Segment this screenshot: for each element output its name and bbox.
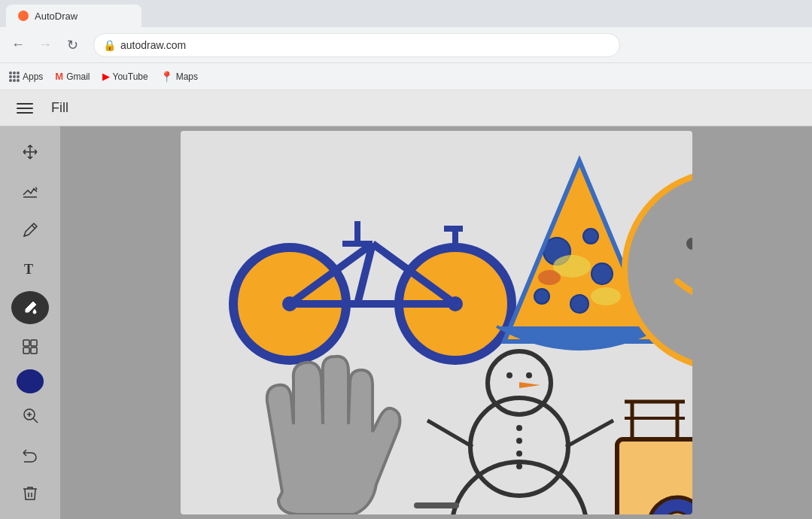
active-tab[interactable]: AutoDraw	[6, 5, 141, 27]
svg-line-1	[32, 225, 35, 229]
lock-icon: 🔒	[103, 39, 116, 51]
zoom-tool-button[interactable]	[11, 399, 49, 432]
shapes-icon	[21, 338, 39, 356]
svg-point-40	[516, 425, 522, 431]
svg-point-25	[592, 263, 613, 284]
trash-tool-button[interactable]	[11, 477, 49, 510]
tab-bar: AutoDraw	[0, 0, 812, 27]
bookmark-maps[interactable]: 📍 Maps	[160, 71, 198, 83]
autodraw-tool-button[interactable]	[11, 175, 49, 208]
text-tool-button[interactable]: T	[11, 252, 49, 285]
app-toolbar: Fill	[0, 90, 812, 126]
shapes-tool-button[interactable]	[11, 330, 49, 363]
browser-chrome: AutoDraw ← → ↻ 🔒 autodraw.com Apps M Gma…	[0, 0, 812, 90]
svg-line-44	[427, 420, 473, 447]
move-tool-button[interactable]	[11, 135, 49, 168]
bookmark-gmail-label: Gmail	[66, 71, 90, 82]
autodraw-icon	[21, 182, 39, 200]
toolbar-title: Fill	[51, 100, 68, 116]
move-icon	[21, 143, 39, 161]
undo-tool-button[interactable]	[11, 438, 49, 471]
youtube-icon: ▶	[102, 71, 110, 82]
svg-point-43	[516, 463, 522, 469]
reload-button[interactable]: ↻	[60, 33, 84, 57]
svg-point-41	[516, 438, 522, 444]
bookmark-youtube-label: YouTube	[113, 71, 148, 82]
bicycle-drawing	[233, 221, 512, 360]
back-button[interactable]: ←	[6, 33, 30, 57]
undo-icon	[21, 445, 39, 463]
fill-tool-button[interactable]	[11, 291, 49, 324]
hamburger-icon-3	[17, 112, 33, 114]
address-bar[interactable]: 🔒 autodraw.com	[93, 33, 620, 57]
tab-title: AutoDraw	[35, 11, 78, 22]
svg-point-28	[583, 229, 598, 244]
svg-rect-4	[31, 340, 37, 346]
svg-point-26	[570, 295, 588, 313]
svg-line-45	[566, 420, 613, 447]
svg-rect-6	[31, 348, 37, 354]
svg-rect-3	[23, 340, 29, 346]
svg-point-27	[534, 289, 549, 304]
canvas-area[interactable]	[60, 126, 812, 519]
maps-icon: 📍	[160, 71, 173, 83]
svg-point-38	[506, 372, 512, 378]
svg-point-35	[452, 462, 587, 514]
sidebar: T	[0, 126, 60, 519]
snowman-drawing	[427, 351, 613, 514]
hamburger-icon	[17, 103, 33, 105]
forward-button[interactable]: →	[33, 33, 57, 57]
canvas-drawings	[181, 131, 692, 514]
trash-icon	[21, 484, 39, 502]
hand-drawing	[266, 357, 400, 514]
canvas-scrollbar[interactable]	[414, 502, 459, 508]
truck-drawing	[617, 402, 692, 514]
gmail-icon: M	[55, 71, 63, 82]
bookmark-apps[interactable]: Apps	[9, 71, 43, 82]
fill-icon	[21, 299, 39, 317]
pencil-tool-button[interactable]	[11, 214, 49, 247]
zoom-icon	[21, 406, 39, 424]
url-text: autodraw.com	[120, 39, 186, 51]
nav-bar: ← → ↻ 🔒 autodraw.com	[0, 27, 812, 63]
bookmark-gmail[interactable]: M Gmail	[55, 71, 90, 82]
drawings-svg	[181, 131, 692, 514]
svg-point-30	[591, 287, 621, 305]
bookmark-maps-label: Maps	[176, 71, 198, 82]
bookmarks-bar: Apps M Gmail ▶ YouTube 📍 Maps	[0, 63, 812, 90]
svg-line-8	[33, 418, 38, 423]
pencil-icon	[21, 221, 39, 239]
color-swatch[interactable]	[17, 369, 44, 393]
hamburger-button[interactable]	[12, 95, 39, 122]
text-icon: T	[21, 260, 39, 278]
apps-grid-icon	[9, 71, 20, 82]
drawing-canvas[interactable]	[181, 131, 692, 514]
svg-point-42	[516, 451, 522, 457]
svg-text:T: T	[24, 262, 33, 277]
hamburger-icon-2	[17, 108, 33, 109]
svg-point-39	[526, 372, 532, 378]
svg-rect-5	[23, 348, 29, 354]
tab-favicon	[18, 11, 29, 21]
svg-point-31	[538, 270, 561, 285]
bookmark-youtube[interactable]: ▶ YouTube	[102, 71, 148, 82]
bookmark-apps-label: Apps	[23, 71, 43, 82]
